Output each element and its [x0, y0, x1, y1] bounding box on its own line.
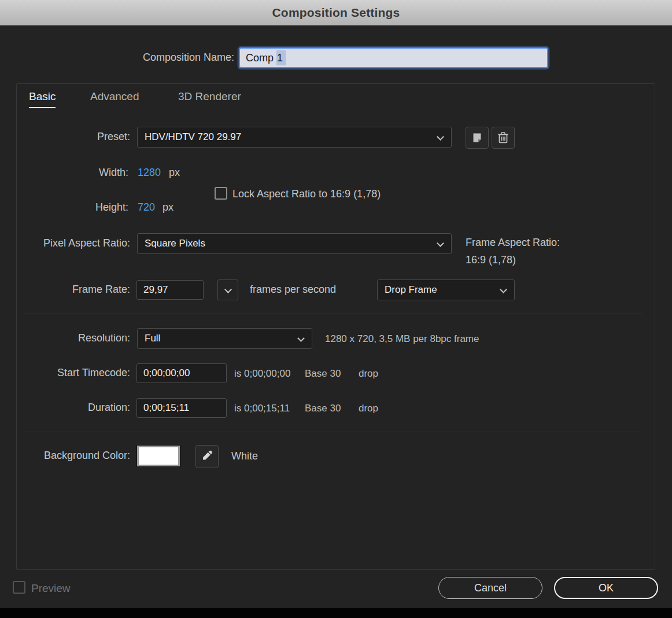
tab-advanced[interactable]: Advanced: [90, 90, 139, 103]
chevron-down-icon: [500, 286, 507, 293]
height-label: Height:: [95, 201, 128, 214]
tab-basic[interactable]: Basic: [29, 90, 56, 103]
start-timecode-label: Start Timecode:: [57, 367, 130, 379]
start-timecode-is-text: is 0;00;00;00: [234, 368, 290, 380]
preset-select[interactable]: HDV/HDTV 720 29.97: [137, 127, 452, 148]
frame-aspect-ratio-value: 16:9 (1,78): [466, 251, 560, 268]
eyedropper-button[interactable]: [195, 445, 219, 468]
lock-aspect-checkbox[interactable]: [215, 187, 227, 200]
width-unit: px: [169, 167, 180, 179]
lock-aspect-label: Lock Aspect Ratio to 16:9 (1,78): [232, 188, 381, 200]
composition-settings-dialog: Composition Settings Composition Name: C…: [0, 0, 672, 618]
chevron-down-icon: [437, 240, 444, 247]
width-value[interactable]: 1280: [138, 167, 161, 179]
tab-basic-label: Basic: [29, 90, 56, 102]
settings-panel: [16, 83, 655, 570]
preset-value: HDV/HDTV 720 29.97: [145, 131, 241, 143]
frame-rate-input[interactable]: [136, 280, 204, 300]
duration-input[interactable]: [136, 398, 227, 418]
chevron-down-icon: [437, 133, 444, 141]
background-color-name: White: [231, 450, 258, 462]
lock-aspect-row: Lock Aspect Ratio to 16:9 (1,78): [0, 186, 672, 202]
composition-name-row: Composition Name: Comp 1: [0, 47, 672, 71]
frame-aspect-ratio-label: Frame Aspect Ratio:: [466, 234, 560, 251]
trash-icon: [497, 131, 509, 144]
duration-is-text: is 0;00;15;11: [234, 403, 290, 414]
screen-background-strip: [0, 608, 672, 618]
tab-3d-renderer-label: 3D Renderer: [178, 90, 241, 102]
frame-aspect-ratio-block: Frame Aspect Ratio: 16:9 (1,78): [466, 234, 560, 268]
chevron-down-icon: [297, 334, 305, 342]
height-unit: px: [163, 201, 173, 214]
divider: [23, 314, 642, 314]
drop-frame-select[interactable]: Drop Frame: [377, 279, 515, 300]
composition-name-input[interactable]: Comp 1: [239, 47, 548, 68]
start-timecode-row: Start Timecode: is 0;00;00;00 Base 30 dr…: [0, 362, 672, 385]
preview-checkbox[interactable]: [13, 581, 25, 594]
divider: [23, 432, 642, 432]
height-row: Height: 720 px: [0, 200, 672, 216]
ok-button[interactable]: OK: [554, 577, 658, 599]
resolution-select[interactable]: Full: [137, 328, 312, 349]
frame-rate-row: Frame Rate: frames per second Drop Frame: [0, 279, 672, 302]
resolution-value: Full: [145, 333, 160, 344]
resolution-info: 1280 x 720, 3,5 MB per 8bpc frame: [325, 333, 479, 345]
frame-rate-menu-button[interactable]: [217, 279, 238, 300]
tab-3d-renderer[interactable]: 3D Renderer: [178, 90, 241, 103]
duration-drop-text: drop: [359, 403, 378, 414]
frame-rate-label: Frame Rate:: [72, 284, 130, 296]
height-value[interactable]: 720: [138, 201, 155, 214]
preset-label: Preset:: [97, 131, 130, 143]
background-color-label: Background Color:: [44, 450, 130, 462]
delete-preset-button[interactable]: [492, 127, 515, 149]
chevron-down-icon: [224, 286, 232, 293]
width-row: Width: 1280 px: [0, 165, 672, 182]
background-color-swatch[interactable]: [137, 446, 180, 466]
value-selected-text: 1: [276, 50, 286, 65]
save-preset-icon: [471, 132, 483, 144]
value-unselected: Comp: [246, 52, 276, 64]
resolution-label: Resolution:: [78, 332, 130, 344]
preset-row: Preset: HDV/HDTV 720 29.97: [0, 126, 672, 149]
composition-name-value: Comp 1: [246, 52, 286, 64]
background-color-row: Background Color: White: [0, 443, 672, 471]
pixel-aspect-ratio-label: Pixel Aspect Ratio:: [43, 237, 130, 249]
preview-label: Preview: [31, 582, 71, 595]
tab-advanced-label: Advanced: [90, 90, 139, 102]
pixel-aspect-ratio-value: Square Pixels: [145, 238, 205, 249]
start-timecode-input[interactable]: [136, 363, 227, 383]
start-timecode-base-text: Base 30: [305, 368, 341, 380]
save-preset-button[interactable]: [466, 127, 489, 149]
window-titlebar[interactable]: Composition Settings: [0, 0, 672, 25]
eyedropper-icon: [200, 450, 214, 464]
cancel-button[interactable]: Cancel: [438, 577, 542, 599]
duration-base-text: Base 30: [305, 403, 341, 414]
width-label: Width:: [99, 167, 128, 179]
start-timecode-drop-text: drop: [359, 368, 378, 380]
pixel-aspect-ratio-row: Pixel Aspect Ratio: Square Pixels Frame …: [0, 233, 672, 267]
window-title: Composition Settings: [272, 6, 400, 20]
resolution-row: Resolution: Full 1280 x 720, 3,5 MB per …: [0, 328, 672, 351]
frames-per-second-label: frames per second: [250, 284, 336, 296]
drop-frame-value: Drop Frame: [385, 284, 437, 296]
pixel-aspect-ratio-select[interactable]: Square Pixels: [137, 233, 452, 254]
duration-label: Duration:: [88, 402, 130, 414]
duration-row: Duration: is 0;00;15;11 Base 30 drop: [0, 397, 672, 420]
composition-name-label: Composition Name:: [143, 52, 234, 64]
